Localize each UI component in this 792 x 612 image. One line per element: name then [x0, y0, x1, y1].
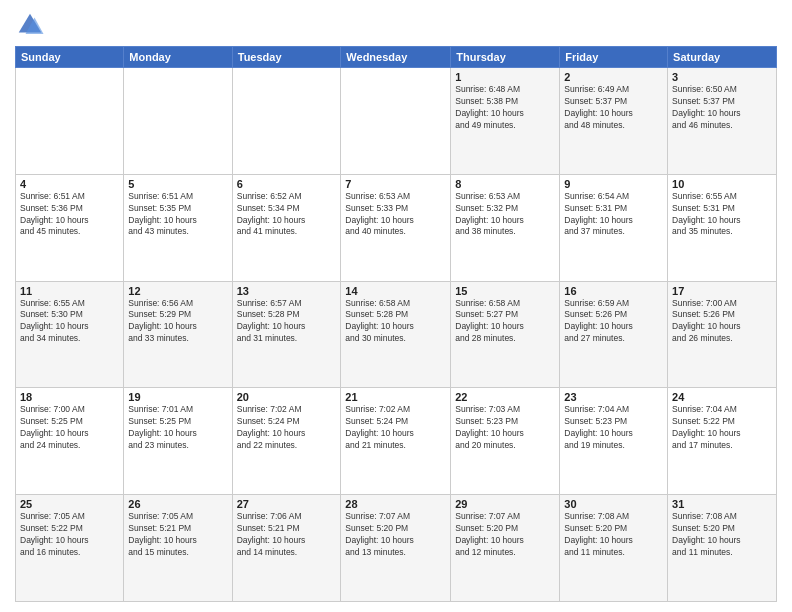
- calendar-week-row: 18Sunrise: 7:00 AM Sunset: 5:25 PM Dayli…: [16, 388, 777, 495]
- day-number: 2: [564, 71, 663, 83]
- day-info: Sunrise: 7:04 AM Sunset: 5:22 PM Dayligh…: [672, 404, 772, 452]
- day-info: Sunrise: 6:48 AM Sunset: 5:38 PM Dayligh…: [455, 84, 555, 132]
- day-number: 8: [455, 178, 555, 190]
- logo: [15, 10, 49, 40]
- calendar-header-sunday: Sunday: [16, 47, 124, 68]
- day-number: 30: [564, 498, 663, 510]
- day-info: Sunrise: 7:05 AM Sunset: 5:21 PM Dayligh…: [128, 511, 227, 559]
- calendar-cell: 30Sunrise: 7:08 AM Sunset: 5:20 PM Dayli…: [560, 495, 668, 602]
- day-number: 15: [455, 285, 555, 297]
- day-number: 10: [672, 178, 772, 190]
- day-number: 24: [672, 391, 772, 403]
- day-number: 21: [345, 391, 446, 403]
- day-info: Sunrise: 6:58 AM Sunset: 5:28 PM Dayligh…: [345, 298, 446, 346]
- day-info: Sunrise: 7:08 AM Sunset: 5:20 PM Dayligh…: [672, 511, 772, 559]
- day-info: Sunrise: 7:04 AM Sunset: 5:23 PM Dayligh…: [564, 404, 663, 452]
- calendar-cell: 10Sunrise: 6:55 AM Sunset: 5:31 PM Dayli…: [668, 174, 777, 281]
- day-info: Sunrise: 7:02 AM Sunset: 5:24 PM Dayligh…: [345, 404, 446, 452]
- day-number: 17: [672, 285, 772, 297]
- day-info: Sunrise: 7:07 AM Sunset: 5:20 PM Dayligh…: [345, 511, 446, 559]
- day-info: Sunrise: 6:54 AM Sunset: 5:31 PM Dayligh…: [564, 191, 663, 239]
- calendar-cell: 29Sunrise: 7:07 AM Sunset: 5:20 PM Dayli…: [451, 495, 560, 602]
- calendar-header-thursday: Thursday: [451, 47, 560, 68]
- calendar-cell: 13Sunrise: 6:57 AM Sunset: 5:28 PM Dayli…: [232, 281, 341, 388]
- calendar-cell: 27Sunrise: 7:06 AM Sunset: 5:21 PM Dayli…: [232, 495, 341, 602]
- calendar-cell: 24Sunrise: 7:04 AM Sunset: 5:22 PM Dayli…: [668, 388, 777, 495]
- day-info: Sunrise: 6:53 AM Sunset: 5:32 PM Dayligh…: [455, 191, 555, 239]
- day-number: 26: [128, 498, 227, 510]
- day-number: 28: [345, 498, 446, 510]
- calendar-week-row: 11Sunrise: 6:55 AM Sunset: 5:30 PM Dayli…: [16, 281, 777, 388]
- day-info: Sunrise: 6:49 AM Sunset: 5:37 PM Dayligh…: [564, 84, 663, 132]
- day-info: Sunrise: 6:56 AM Sunset: 5:29 PM Dayligh…: [128, 298, 227, 346]
- day-number: 18: [20, 391, 119, 403]
- calendar-cell: 17Sunrise: 7:00 AM Sunset: 5:26 PM Dayli…: [668, 281, 777, 388]
- calendar-cell: 8Sunrise: 6:53 AM Sunset: 5:32 PM Daylig…: [451, 174, 560, 281]
- calendar-header-saturday: Saturday: [668, 47, 777, 68]
- day-number: 23: [564, 391, 663, 403]
- calendar-cell: 14Sunrise: 6:58 AM Sunset: 5:28 PM Dayli…: [341, 281, 451, 388]
- day-number: 22: [455, 391, 555, 403]
- day-number: 29: [455, 498, 555, 510]
- calendar-header-wednesday: Wednesday: [341, 47, 451, 68]
- day-number: 13: [237, 285, 337, 297]
- day-number: 27: [237, 498, 337, 510]
- day-info: Sunrise: 7:02 AM Sunset: 5:24 PM Dayligh…: [237, 404, 337, 452]
- calendar-cell: 4Sunrise: 6:51 AM Sunset: 5:36 PM Daylig…: [16, 174, 124, 281]
- day-number: 4: [20, 178, 119, 190]
- day-number: 12: [128, 285, 227, 297]
- day-info: Sunrise: 6:52 AM Sunset: 5:34 PM Dayligh…: [237, 191, 337, 239]
- day-info: Sunrise: 6:57 AM Sunset: 5:28 PM Dayligh…: [237, 298, 337, 346]
- day-info: Sunrise: 7:05 AM Sunset: 5:22 PM Dayligh…: [20, 511, 119, 559]
- day-info: Sunrise: 7:08 AM Sunset: 5:20 PM Dayligh…: [564, 511, 663, 559]
- calendar-cell: 5Sunrise: 6:51 AM Sunset: 5:35 PM Daylig…: [124, 174, 232, 281]
- day-number: 3: [672, 71, 772, 83]
- calendar-cell: 21Sunrise: 7:02 AM Sunset: 5:24 PM Dayli…: [341, 388, 451, 495]
- calendar-cell: 1Sunrise: 6:48 AM Sunset: 5:38 PM Daylig…: [451, 68, 560, 175]
- calendar-cell: 18Sunrise: 7:00 AM Sunset: 5:25 PM Dayli…: [16, 388, 124, 495]
- day-number: 20: [237, 391, 337, 403]
- calendar-cell: 7Sunrise: 6:53 AM Sunset: 5:33 PM Daylig…: [341, 174, 451, 281]
- day-info: Sunrise: 6:59 AM Sunset: 5:26 PM Dayligh…: [564, 298, 663, 346]
- header: [15, 10, 777, 40]
- day-number: 16: [564, 285, 663, 297]
- day-info: Sunrise: 6:51 AM Sunset: 5:36 PM Dayligh…: [20, 191, 119, 239]
- calendar-header-tuesday: Tuesday: [232, 47, 341, 68]
- calendar-table: SundayMondayTuesdayWednesdayThursdayFrid…: [15, 46, 777, 602]
- calendar-cell: 2Sunrise: 6:49 AM Sunset: 5:37 PM Daylig…: [560, 68, 668, 175]
- day-number: 5: [128, 178, 227, 190]
- calendar-cell: 22Sunrise: 7:03 AM Sunset: 5:23 PM Dayli…: [451, 388, 560, 495]
- calendar-week-row: 1Sunrise: 6:48 AM Sunset: 5:38 PM Daylig…: [16, 68, 777, 175]
- day-info: Sunrise: 6:50 AM Sunset: 5:37 PM Dayligh…: [672, 84, 772, 132]
- day-number: 7: [345, 178, 446, 190]
- calendar-cell: 3Sunrise: 6:50 AM Sunset: 5:37 PM Daylig…: [668, 68, 777, 175]
- day-info: Sunrise: 6:55 AM Sunset: 5:30 PM Dayligh…: [20, 298, 119, 346]
- calendar-cell: 28Sunrise: 7:07 AM Sunset: 5:20 PM Dayli…: [341, 495, 451, 602]
- calendar-cell: 23Sunrise: 7:04 AM Sunset: 5:23 PM Dayli…: [560, 388, 668, 495]
- calendar-cell: [16, 68, 124, 175]
- calendar-cell: 6Sunrise: 6:52 AM Sunset: 5:34 PM Daylig…: [232, 174, 341, 281]
- calendar-week-row: 25Sunrise: 7:05 AM Sunset: 5:22 PM Dayli…: [16, 495, 777, 602]
- calendar-cell: 11Sunrise: 6:55 AM Sunset: 5:30 PM Dayli…: [16, 281, 124, 388]
- page: SundayMondayTuesdayWednesdayThursdayFrid…: [0, 0, 792, 612]
- day-info: Sunrise: 6:58 AM Sunset: 5:27 PM Dayligh…: [455, 298, 555, 346]
- logo-icon: [15, 10, 45, 40]
- day-number: 31: [672, 498, 772, 510]
- day-number: 11: [20, 285, 119, 297]
- day-number: 9: [564, 178, 663, 190]
- day-number: 1: [455, 71, 555, 83]
- day-info: Sunrise: 7:00 AM Sunset: 5:26 PM Dayligh…: [672, 298, 772, 346]
- day-info: Sunrise: 7:07 AM Sunset: 5:20 PM Dayligh…: [455, 511, 555, 559]
- calendar-header-friday: Friday: [560, 47, 668, 68]
- day-number: 14: [345, 285, 446, 297]
- calendar-cell: 16Sunrise: 6:59 AM Sunset: 5:26 PM Dayli…: [560, 281, 668, 388]
- day-info: Sunrise: 6:53 AM Sunset: 5:33 PM Dayligh…: [345, 191, 446, 239]
- calendar-cell: 31Sunrise: 7:08 AM Sunset: 5:20 PM Dayli…: [668, 495, 777, 602]
- calendar-cell: 15Sunrise: 6:58 AM Sunset: 5:27 PM Dayli…: [451, 281, 560, 388]
- day-number: 25: [20, 498, 119, 510]
- day-info: Sunrise: 7:00 AM Sunset: 5:25 PM Dayligh…: [20, 404, 119, 452]
- calendar-cell: 19Sunrise: 7:01 AM Sunset: 5:25 PM Dayli…: [124, 388, 232, 495]
- day-number: 6: [237, 178, 337, 190]
- calendar-cell: 9Sunrise: 6:54 AM Sunset: 5:31 PM Daylig…: [560, 174, 668, 281]
- calendar-cell: [232, 68, 341, 175]
